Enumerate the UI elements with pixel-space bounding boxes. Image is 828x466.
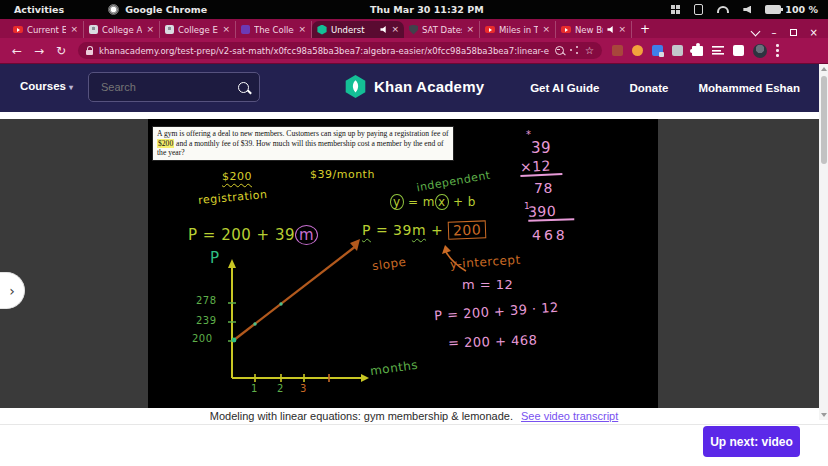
chevron-right-icon: › (9, 283, 15, 299)
video-caption: Modeling with linear equations: gym memb… (210, 410, 513, 422)
collegeboard-favicon-icon (241, 25, 250, 34)
board-monthly: $39/month (310, 168, 375, 181)
browser-toolbar: ← → ↻ khanacademy.org/test-prep/v2-sat-m… (0, 38, 828, 63)
board-mult-sum: 468 (532, 227, 568, 243)
new-tab-button[interactable]: + (640, 21, 650, 38)
battery-icon (765, 5, 781, 14)
translate-icon[interactable] (652, 45, 663, 56)
scroll-up-icon[interactable] (821, 67, 827, 71)
footer-divider (0, 424, 828, 425)
extensions-puzzle-icon[interactable] (692, 46, 703, 56)
search-input[interactable] (99, 80, 238, 94)
tab-close-icon[interactable]: × (222, 25, 230, 34)
back-button[interactable]: ← (6, 44, 28, 58)
khan-leaf-icon (344, 75, 367, 98)
scrollbar-thumb[interactable] (821, 76, 827, 164)
page-scrollbar[interactable] (819, 64, 828, 420)
bookmark-star-icon[interactable]: ☆ (585, 45, 594, 56)
page-background-strip (0, 112, 828, 119)
tab-close-icon[interactable]: × (391, 25, 399, 34)
lock-icon[interactable] (86, 50, 93, 55)
volume-icon (743, 6, 751, 14)
clock[interactable]: Thu Mar 30 11:32 PM (370, 4, 484, 15)
courses-menu[interactable]: Courses▾ (20, 80, 73, 92)
side-panel-icon[interactable] (733, 45, 744, 56)
tab-strip: Current Ele × College App × College Ess … (0, 19, 828, 38)
extension-badge-icon[interactable] (612, 45, 623, 56)
board-equation-2: P = 39m + 200 (362, 221, 486, 239)
board-m-value: m = 12 (462, 277, 513, 292)
browser-tab-active[interactable]: Underst × (312, 21, 404, 38)
nav-account[interactable]: Mohammed Eshan (698, 82, 800, 94)
video-transcript-link[interactable]: See video transcript (521, 410, 618, 422)
tab-audio-icon[interactable] (607, 26, 614, 33)
tab-audio-icon[interactable] (380, 26, 387, 33)
reload-button[interactable]: ↻ (50, 44, 72, 58)
tab-close-icon[interactable]: × (70, 25, 78, 34)
browser-tab[interactable]: Current Ele × (8, 21, 84, 38)
tab-close-icon[interactable]: × (146, 25, 154, 34)
graph-x-tick-3: 3 (300, 383, 307, 394)
document-favicon-icon (89, 25, 98, 34)
khan-header: Courses▾ Khan Academy Get AI Guide Donat… (0, 64, 828, 112)
board-mult-a: 39 (531, 139, 551, 157)
search-box[interactable] (88, 72, 260, 102)
board-mult-partial-1: 78 (534, 180, 553, 196)
graph-y-tick-239: 239 (196, 315, 217, 326)
board-equation-1: P = 200 + 39m (188, 226, 318, 244)
extension-emoji-icon[interactable] (632, 45, 643, 56)
graph-y-axis-label: P (210, 249, 220, 267)
graph-x-tick-1: 1 (251, 383, 258, 394)
share-icon[interactable] (570, 46, 579, 55)
search-icon (238, 82, 249, 93)
tab-close-icon[interactable]: × (542, 25, 550, 34)
page-footer: Modeling with linear equations: gym memb… (0, 408, 828, 466)
up-next-button[interactable]: Up next: video (703, 426, 800, 457)
browser-tab[interactable]: Miles in Tra × (480, 21, 556, 38)
kebab-menu-icon[interactable] (776, 44, 779, 57)
minimize-button[interactable]: – (772, 27, 777, 38)
board-mult-b: ×12 (520, 157, 563, 177)
browser-tab[interactable]: SAT Dates a × (404, 21, 480, 38)
close-window-button[interactable]: × (810, 27, 818, 38)
nav-get-ai-guide[interactable]: Get AI Guide (530, 82, 599, 94)
address-bar[interactable]: khanacademy.org/test-prep/v2-sat-math/x0… (78, 42, 602, 59)
scroll-down-icon[interactable] (821, 413, 827, 417)
system-top-bar: Activities Google Chrome Thu Mar 30 11:3… (0, 0, 828, 19)
browser-tab[interactable]: College App × (84, 21, 160, 38)
forward-button[interactable]: → (28, 44, 50, 58)
youtube-favicon-icon (13, 26, 23, 33)
browser-tab[interactable]: The College × (236, 21, 312, 38)
profile-avatar[interactable] (753, 44, 767, 58)
graph-x-tick-2: 2 (277, 383, 284, 394)
focused-app-menu[interactable]: Google Chrome (125, 4, 207, 15)
khan-logo[interactable]: Khan Academy (344, 75, 484, 98)
board-mult-partial-2: 390 (528, 202, 575, 222)
board-general-equation: y = mx + b (390, 195, 476, 209)
browser-tab[interactable]: College Ess × (160, 21, 236, 38)
tab-close-icon[interactable]: × (466, 25, 474, 34)
chrome-app-icon (108, 4, 119, 15)
nav-donate[interactable]: Donate (629, 82, 668, 94)
reading-list-icon[interactable] (712, 46, 724, 55)
brand-name: Khan Academy (374, 78, 484, 95)
restore-window-button[interactable] (790, 29, 797, 36)
activities-button[interactable]: Activities (14, 4, 64, 15)
video-player[interactable]: A gym is offering a deal to new members.… (148, 119, 658, 408)
extension-k-icon[interactable] (672, 45, 683, 56)
battery-percent: 100 % (785, 4, 818, 15)
board-fee: $200 (222, 170, 252, 183)
shield-favicon-icon (409, 25, 418, 35)
tab-close-icon[interactable]: × (618, 25, 626, 34)
browser-tab[interactable]: New Bru × (556, 21, 632, 38)
desktop: Activities Google Chrome Thu Mar 30 11:3… (0, 0, 828, 466)
youtube-favicon-icon (561, 26, 571, 33)
graph-y-tick-200: 200 (192, 333, 213, 344)
tab-close-icon[interactable]: × (298, 25, 306, 34)
board-calc-line-2: = 200 + 468 (448, 332, 538, 350)
tab-search-chevron-icon[interactable] (750, 26, 760, 36)
zoom-out-icon[interactable] (555, 46, 564, 55)
app-indicator-icon (671, 5, 680, 14)
youtube-favicon-icon (485, 26, 495, 33)
system-tray[interactable]: 100 % (671, 4, 818, 15)
